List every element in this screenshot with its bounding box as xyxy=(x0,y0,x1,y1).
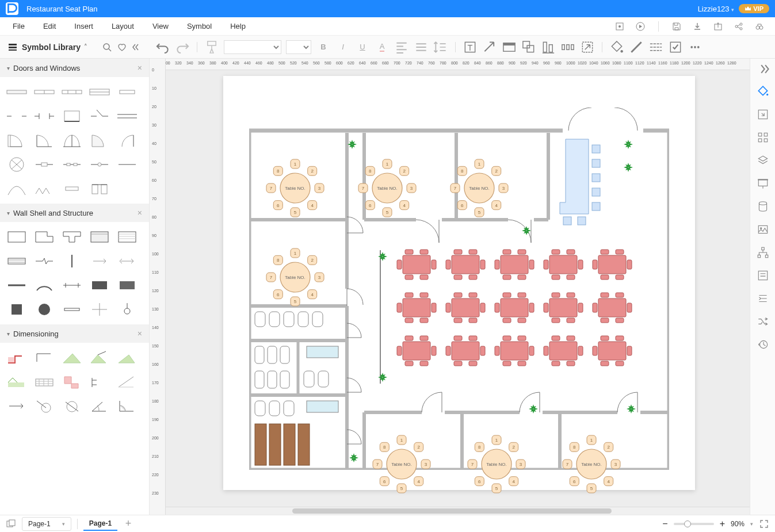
distribute-button[interactable] xyxy=(560,40,575,55)
section-dimensioning[interactable]: ▾ Dimensioning × xyxy=(0,324,149,343)
page-tab-1[interactable]: Page-1 xyxy=(83,517,117,531)
rect-dining-table[interactable] xyxy=(445,292,480,319)
font-size-select[interactable] xyxy=(286,40,311,54)
align-left-button[interactable] xyxy=(394,40,409,55)
layers-panel-icon[interactable] xyxy=(757,154,769,167)
shape-dim-arrow[interactable] xyxy=(3,395,30,418)
export-panel-icon[interactable] xyxy=(757,108,769,121)
text-tool-button[interactable]: T xyxy=(463,40,478,55)
zoom-in-button[interactable]: + xyxy=(720,519,725,529)
horizontal-scrollbar[interactable] xyxy=(166,507,750,515)
shape-window-1[interactable] xyxy=(3,81,30,104)
shape-door-4[interactable] xyxy=(86,129,113,152)
binoculars-icon[interactable] xyxy=(754,21,765,32)
page-canvas[interactable]: Table NO.12345678Table NO.12345678Table … xyxy=(223,76,695,490)
menu-insert[interactable]: Insert xyxy=(66,18,101,34)
shape-opening-4[interactable] xyxy=(59,177,85,200)
line-spacing-button[interactable] xyxy=(433,40,448,55)
collapse-right-icon[interactable] xyxy=(757,63,769,75)
align-vertical-button[interactable] xyxy=(414,40,429,55)
rect-dining-table[interactable] xyxy=(445,335,480,362)
shape-tick-2[interactable] xyxy=(114,250,140,273)
shape-window-3[interactable] xyxy=(59,81,85,104)
menu-help[interactable]: Help xyxy=(222,18,254,34)
round-table[interactable]: Table NO.12345678 xyxy=(264,156,327,220)
focus-icon[interactable] xyxy=(614,21,625,32)
shape-window-2[interactable] xyxy=(31,81,58,104)
play-icon[interactable] xyxy=(635,21,646,32)
shape-dim-bars[interactable] xyxy=(31,370,58,393)
rect-dining-table[interactable] xyxy=(591,248,627,276)
format-painter-button[interactable] xyxy=(204,40,219,55)
vip-badge[interactable]: VIP xyxy=(739,4,769,13)
italic-button[interactable]: I xyxy=(335,40,350,55)
connector-button[interactable] xyxy=(482,40,497,55)
page-selector[interactable]: Page-1▾ xyxy=(22,517,71,531)
menu-symbol[interactable]: Symbol xyxy=(179,18,220,34)
canvas-viewport[interactable]: Table NO.12345678Table NO.12345678Table … xyxy=(166,70,750,507)
indent-panel-icon[interactable] xyxy=(757,292,769,305)
tree-panel-icon[interactable] xyxy=(757,246,769,259)
zoom-dropdown-icon[interactable]: ▾ xyxy=(750,521,753,527)
shape-arch[interactable] xyxy=(3,177,30,200)
menu-file[interactable]: File xyxy=(5,18,33,34)
shape-slider[interactable] xyxy=(114,105,140,128)
shape-center[interactable] xyxy=(86,298,113,321)
shape-dim-tick[interactable] xyxy=(86,370,113,393)
rect-dining-table[interactable] xyxy=(494,335,529,362)
fullscreen-icon[interactable] xyxy=(759,519,769,529)
comments-panel-icon[interactable] xyxy=(757,269,769,282)
close-section-icon[interactable]: × xyxy=(138,329,142,338)
shape-hatch[interactable] xyxy=(3,250,30,273)
shape-hline-2[interactable] xyxy=(59,274,85,297)
shape-bifold-1[interactable] xyxy=(31,177,58,200)
shape-door-1[interactable] xyxy=(3,129,30,152)
heart-icon[interactable] xyxy=(117,43,127,52)
round-table[interactable]: Table NO.12345678 xyxy=(370,433,433,496)
underline-button[interactable]: U xyxy=(355,40,370,55)
section-wall-structure[interactable]: ▾ Wall Shell and Structure × xyxy=(0,204,149,222)
shape-dim-diam[interactable] xyxy=(59,395,85,418)
shape-dim-radius[interactable] xyxy=(31,395,58,418)
section-doors-windows[interactable]: ▾ Doors and Windows × xyxy=(0,59,149,77)
search-icon[interactable] xyxy=(102,43,112,52)
menu-edit[interactable]: Edit xyxy=(35,18,64,34)
data-panel-icon[interactable] xyxy=(757,200,769,213)
menu-view[interactable]: View xyxy=(144,18,177,34)
container-button[interactable] xyxy=(502,40,517,55)
rect-dining-table[interactable] xyxy=(494,292,529,319)
shape-tick-1[interactable] xyxy=(86,250,113,273)
download-icon[interactable] xyxy=(692,21,703,32)
shape-bar-4[interactable] xyxy=(114,153,140,176)
shape-dim-green-4[interactable] xyxy=(3,370,30,393)
shape-t[interactable] xyxy=(59,225,85,248)
save-icon[interactable] xyxy=(671,21,682,32)
history-panel-icon[interactable] xyxy=(757,338,769,351)
shape-door-3[interactable] xyxy=(59,129,85,152)
round-table[interactable]: Table NO.12345678 xyxy=(448,156,511,220)
add-page-button[interactable]: + xyxy=(123,519,133,529)
shape-break[interactable] xyxy=(31,250,58,273)
undo-button[interactable] xyxy=(155,40,170,55)
shape-dim-slope[interactable] xyxy=(114,370,140,393)
round-table[interactable]: Table NO.12345678 xyxy=(465,433,528,496)
collapse-left-icon[interactable] xyxy=(132,43,142,52)
rect-dining-table[interactable] xyxy=(591,292,627,319)
shape-dim-angle-1[interactable] xyxy=(86,395,113,418)
zoom-slider[interactable] xyxy=(674,523,714,525)
text-color-button[interactable]: A xyxy=(375,40,390,55)
rect-dining-table[interactable] xyxy=(543,335,578,362)
shape-door-2[interactable] xyxy=(31,129,58,152)
image-panel-icon[interactable] xyxy=(757,223,769,236)
chevron-up-icon[interactable]: ˄ xyxy=(84,43,87,51)
shape-window-5[interactable] xyxy=(114,81,140,104)
shape-opening-2[interactable] xyxy=(31,105,58,128)
pages-icon[interactable] xyxy=(6,519,16,529)
shape-rect[interactable] xyxy=(3,225,30,248)
shape-dim-red-2[interactable] xyxy=(59,370,85,393)
shape-bar-2[interactable] xyxy=(59,153,85,176)
shape-solid-circle[interactable] xyxy=(31,298,58,321)
rect-dining-table[interactable] xyxy=(396,335,432,362)
shape-rect-shade[interactable] xyxy=(86,225,113,248)
theme-panel-icon[interactable] xyxy=(757,85,769,98)
